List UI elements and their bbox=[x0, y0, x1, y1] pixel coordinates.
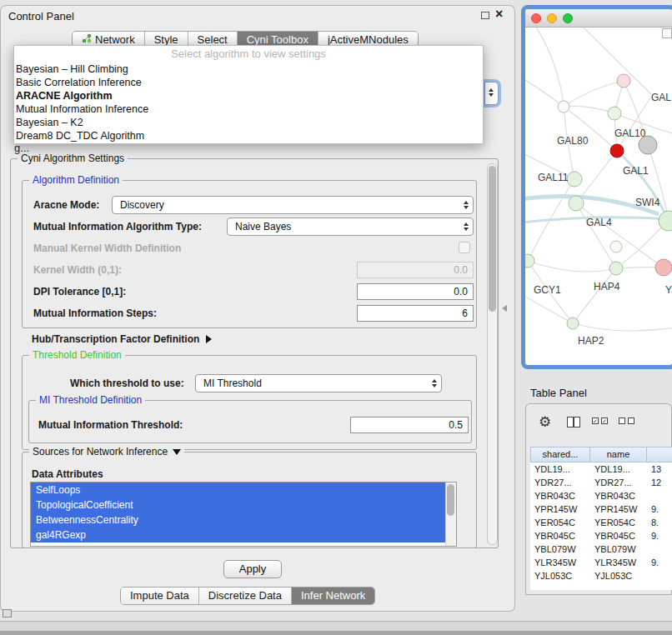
algorithm-option[interactable]: Bayesian – Hill Climbing bbox=[14, 62, 483, 76]
network-node[interactable] bbox=[610, 144, 624, 158]
network-edge[interactable] bbox=[564, 81, 624, 107]
network-node[interactable] bbox=[655, 259, 672, 276]
manual-kernel-checkbox[interactable] bbox=[459, 242, 470, 253]
scrollbar-thumb[interactable] bbox=[447, 484, 454, 516]
table-cell[interactable]: YBL079W bbox=[530, 542, 590, 556]
network-node[interactable] bbox=[608, 107, 621, 120]
table-cell[interactable] bbox=[647, 542, 672, 556]
table-row[interactable]: YBR045CYBR045C9. bbox=[530, 529, 672, 542]
table-cell[interactable]: 12 bbox=[647, 476, 672, 489]
checked-boxes-icon[interactable]: ✓✓ bbox=[592, 418, 608, 424]
table-cell[interactable]: 9. bbox=[647, 529, 672, 542]
table-cell[interactable]: 9. bbox=[647, 556, 672, 569]
data-attributes-list[interactable]: SelfLoopsTopologicalCoefficientBetweenne… bbox=[30, 482, 457, 547]
column-header[interactable] bbox=[647, 447, 672, 462]
mode-tab-impute-data[interactable]: Impute Data bbox=[121, 588, 198, 604]
table-cell[interactable]: YER054C bbox=[530, 516, 590, 529]
attribute-list-item[interactable]: SelfLoops bbox=[31, 482, 447, 498]
table-cell[interactable]: YBR043C bbox=[590, 489, 647, 502]
table-cell[interactable]: YBR045C bbox=[530, 529, 590, 542]
table-row[interactable]: YER054CYER054C8. bbox=[530, 516, 672, 529]
table-cell[interactable]: YER054C bbox=[590, 516, 647, 529]
algorithm-option[interactable]: Basic Correlation Inference bbox=[14, 76, 483, 89]
table-cell[interactable]: YPR145W bbox=[530, 502, 590, 516]
network-node[interactable] bbox=[569, 196, 584, 211]
table-row[interactable]: YBR043CYBR043C bbox=[530, 489, 672, 502]
table-cell[interactable]: 13 bbox=[647, 462, 672, 476]
restore-window-icon[interactable] bbox=[3, 609, 12, 618]
table-row[interactable]: YDR27...YDR27...12 bbox=[530, 476, 672, 489]
table-cell[interactable] bbox=[647, 569, 672, 582]
apply-button[interactable]: Apply bbox=[223, 560, 282, 578]
panel-splitter-arrow[interactable] bbox=[502, 305, 507, 312]
table-cell[interactable]: YBR043C bbox=[530, 489, 590, 502]
sources-group-title[interactable]: Sources for Network Inference bbox=[29, 446, 184, 458]
attribute-list-item[interactable]: gal4RGexp bbox=[31, 528, 447, 542]
network-edge[interactable] bbox=[528, 261, 616, 272]
network-window-titlebar[interactable] bbox=[525, 9, 672, 28]
table-cell[interactable]: YLR345W bbox=[590, 556, 647, 569]
table-cell[interactable]: 8. bbox=[647, 516, 672, 529]
table-cell[interactable]: 9. bbox=[647, 502, 672, 516]
network-edge[interactable] bbox=[575, 28, 651, 94]
mode-tab-discretize-data[interactable]: Discretize Data bbox=[198, 588, 291, 604]
close-window-icon[interactable] bbox=[531, 13, 541, 23]
network-edge[interactable] bbox=[534, 28, 564, 107]
network-node[interactable] bbox=[617, 74, 630, 88]
table-cell[interactable]: YBR045C bbox=[590, 529, 647, 542]
table-cell[interactable]: YJL053C bbox=[590, 569, 647, 582]
network-edge[interactable] bbox=[573, 323, 672, 331]
table-cell[interactable]: YLR345W bbox=[530, 556, 590, 569]
network-edge[interactable] bbox=[573, 268, 616, 323]
algorithm-option[interactable]: Bayesian – K2 bbox=[14, 116, 483, 129]
table-cell[interactable]: YPR145W bbox=[590, 502, 647, 516]
network-edge[interactable] bbox=[576, 203, 616, 268]
table-row[interactable]: YBL079WYBL079W bbox=[530, 542, 672, 556]
column-header[interactable]: shared... bbox=[530, 447, 590, 462]
table-cell[interactable]: YDL19... bbox=[530, 462, 590, 476]
dpi-tolerance-field[interactable]: 0.0 bbox=[357, 283, 474, 300]
network-node[interactable] bbox=[567, 318, 579, 329]
table-row[interactable]: YLR345WYLR345W9. bbox=[530, 556, 672, 569]
network-node[interactable] bbox=[567, 172, 582, 187]
table-cell[interactable]: YDR27... bbox=[530, 476, 590, 489]
network-node[interactable] bbox=[610, 241, 622, 252]
float-window-icon[interactable] bbox=[481, 12, 489, 19]
table-cell[interactable]: YDR27... bbox=[590, 476, 647, 489]
aracne-mode-select[interactable]: Discovery bbox=[112, 196, 474, 214]
mi-steps-field[interactable]: 6 bbox=[357, 305, 474, 322]
mi-threshold-field[interactable]: 0.5 bbox=[350, 417, 469, 433]
table-cell[interactable]: YBL079W bbox=[590, 542, 647, 556]
network-view-window[interactable]: GALGAL80GAL10GAL11GAL1SWI4GAL4GCY1HAP4HA… bbox=[521, 5, 672, 369]
column-header[interactable]: name bbox=[590, 447, 647, 462]
table-cell[interactable]: YDL19... bbox=[590, 462, 647, 476]
gear-icon[interactable]: ⚙ bbox=[539, 413, 551, 431]
kernel-width-field[interactable]: 0.0 bbox=[357, 262, 474, 278]
unchecked-boxes-icon[interactable] bbox=[619, 418, 634, 424]
algorithm-option[interactable]: ARACNE Algorithm bbox=[14, 89, 483, 102]
network-edge[interactable] bbox=[525, 294, 573, 323]
which-threshold-select[interactable]: MI Threshold bbox=[195, 374, 442, 392]
network-node[interactable] bbox=[525, 254, 534, 268]
network-edge[interactable] bbox=[525, 78, 564, 107]
algorithm-option[interactable]: Mutual Information Inference bbox=[14, 102, 483, 116]
algorithm-option[interactable]: Dream8 DC_TDC Algorithm bbox=[14, 129, 483, 142]
table-row[interactable]: YJL053CYJL053C bbox=[530, 569, 672, 582]
table-row[interactable]: YPR145WYPR145W9. bbox=[530, 502, 672, 516]
attribute-list-item[interactable]: BetweennessCentrality bbox=[31, 512, 447, 528]
minimize-window-icon[interactable] bbox=[547, 13, 557, 23]
mi-algorithm-type-select[interactable]: Naive Bayes bbox=[227, 218, 474, 236]
network-canvas[interactable]: GALGAL80GAL10GAL11GAL1SWI4GAL4GCY1HAP4HA… bbox=[525, 28, 672, 369]
attribute-list-item[interactable]: TopologicalCoefficient bbox=[31, 498, 447, 512]
zoom-window-icon[interactable] bbox=[563, 13, 573, 23]
table-row[interactable]: YDL19...YDL19...13 bbox=[530, 462, 672, 476]
scrollbar-thumb[interactable] bbox=[489, 166, 496, 312]
algorithm-combo-fragment[interactable] bbox=[484, 82, 499, 105]
table-cell[interactable] bbox=[647, 489, 672, 502]
list-scrollbar[interactable] bbox=[445, 482, 456, 546]
settings-scrollbar[interactable] bbox=[487, 163, 498, 545]
table-columns-icon[interactable] bbox=[567, 417, 580, 428]
network-node[interactable] bbox=[558, 101, 569, 112]
close-panel-icon[interactable]: × bbox=[495, 7, 503, 22]
mode-tab-infer-network[interactable]: Infer Network bbox=[291, 588, 374, 604]
